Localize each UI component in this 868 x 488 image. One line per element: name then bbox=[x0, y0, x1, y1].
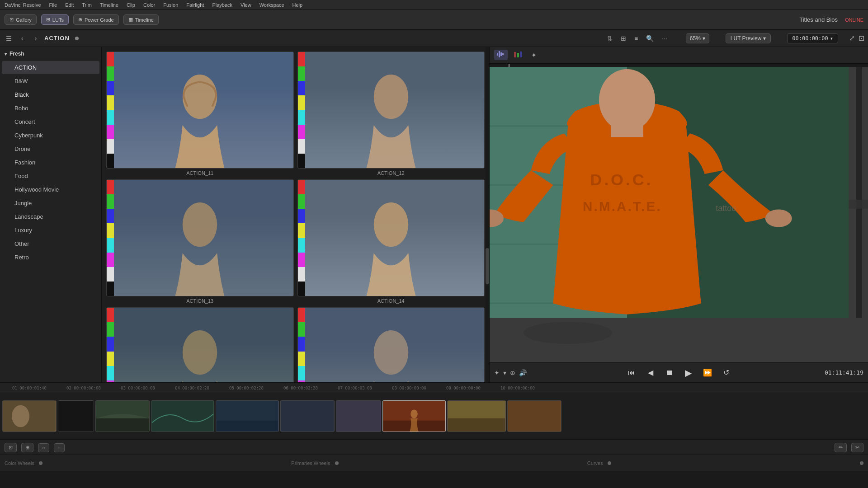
menu-color[interactable]: Color bbox=[143, 2, 155, 8]
tbb-trim-button[interactable]: ✂ bbox=[851, 443, 863, 452]
play-button[interactable]: ▶ bbox=[682, 366, 695, 379]
sidebar-item-black[interactable]: Black bbox=[2, 88, 99, 101]
list-item[interactable]: ACTION_14 bbox=[297, 179, 485, 304]
color-wheels-dot bbox=[39, 461, 42, 465]
clip-thumbnail bbox=[508, 401, 561, 432]
menu-fairlight[interactable]: Fairlight bbox=[186, 2, 204, 8]
menu-davinci[interactable]: DaVinci Resolve bbox=[5, 2, 41, 8]
sort-button[interactable]: ⇅ bbox=[605, 33, 615, 43]
timeline-button[interactable]: ▦ Timeline bbox=[123, 14, 159, 25]
scrubber-bar[interactable] bbox=[490, 63, 868, 67]
picker-options-button[interactable]: ▾ bbox=[503, 369, 506, 376]
menu-timeline[interactable]: Timeline bbox=[100, 2, 118, 8]
sidebar-item-jungle[interactable]: Jungle bbox=[2, 197, 99, 210]
sidebar-item-retro[interactable]: Retro bbox=[2, 251, 99, 264]
list-item[interactable]: ACTION_12 bbox=[297, 52, 485, 176]
menu-file[interactable]: File bbox=[49, 2, 57, 8]
sidebar-item-fashion[interactable]: Fashion bbox=[2, 156, 99, 169]
ruler-mark: 07 00:00:03:08 bbox=[328, 386, 382, 390]
sidebar-item-food[interactable]: Food bbox=[2, 169, 99, 183]
menu-playback[interactable]: Playback bbox=[212, 2, 232, 8]
timeline-clip[interactable] bbox=[507, 400, 561, 432]
menu-workspace[interactable]: Workspace bbox=[259, 2, 284, 8]
svg-rect-27 bbox=[849, 200, 868, 209]
tbb-btn-3[interactable]: ○ bbox=[38, 443, 49, 452]
menu-clip[interactable]: Clip bbox=[127, 2, 135, 8]
sidebar-item-luxury[interactable]: Luxury bbox=[2, 224, 99, 237]
sidebar-item-action[interactable]: ACTION bbox=[2, 61, 99, 74]
sidebar-item-hollywood[interactable]: Hollywood Movie bbox=[2, 183, 99, 196]
color-wheels-label: Color Wheels bbox=[5, 460, 34, 466]
tbb-edit-button[interactable]: ✏ bbox=[835, 443, 847, 452]
power-grade-button[interactable]: ⊕ Power Grade bbox=[73, 14, 119, 25]
zoom-control[interactable]: 65% ▾ bbox=[686, 33, 709, 43]
timeline-clips bbox=[0, 398, 564, 434]
expand-button[interactable]: ⊡ bbox=[859, 34, 864, 42]
sidebar-item-drone[interactable]: Drone bbox=[2, 142, 99, 155]
fresh-section-header[interactable]: ▾ Fresh bbox=[0, 47, 101, 61]
svg-rect-45 bbox=[281, 401, 334, 432]
lut-grid-panel[interactable]: ACTION_11 bbox=[102, 47, 489, 382]
list-item[interactable]: ACTION_15 bbox=[106, 307, 294, 382]
tbb-btn-4[interactable]: ≡ bbox=[54, 443, 65, 452]
lut-preview-button[interactable]: LUT Preview ▾ bbox=[726, 33, 771, 43]
gallery-button[interactable]: ⊡ Gallery bbox=[5, 14, 37, 25]
timeline-clip[interactable] bbox=[336, 400, 381, 432]
tbb-btn-1[interactable]: ⊡ bbox=[5, 443, 17, 452]
svg-point-3 bbox=[374, 202, 408, 247]
list-item[interactable]: ACTION_16 bbox=[297, 307, 485, 382]
color-picker-button[interactable]: ✦ bbox=[494, 369, 500, 376]
sidebar-item-other[interactable]: Other bbox=[2, 237, 99, 250]
primaries-dot bbox=[335, 461, 339, 465]
timeline-clip[interactable] bbox=[58, 400, 94, 432]
timeline-clip[interactable] bbox=[95, 400, 150, 432]
sidebar-toggle-button[interactable]: ☰ bbox=[4, 33, 14, 43]
search-button[interactable]: 🔍 bbox=[644, 33, 656, 43]
skip-forward-button[interactable]: ⏩ bbox=[701, 366, 714, 379]
nav-forward-button[interactable]: › bbox=[31, 33, 41, 43]
step-back-button[interactable]: ◀ bbox=[644, 366, 657, 379]
scope-parade-button[interactable] bbox=[511, 50, 525, 60]
fullscreen-button[interactable]: ⤢ bbox=[849, 34, 855, 42]
timeline-clip[interactable] bbox=[216, 400, 279, 432]
volume-button[interactable]: 🔊 bbox=[519, 369, 527, 376]
grid-view-button[interactable]: ⊞ bbox=[618, 33, 628, 43]
timeline-clip[interactable] bbox=[151, 400, 214, 432]
menu-fusion[interactable]: Fusion bbox=[163, 2, 178, 8]
timecode-display[interactable]: 00:00:00:00 ▾ bbox=[787, 33, 838, 43]
loop-button[interactable]: ↺ bbox=[720, 366, 733, 379]
timeline-clip[interactable] bbox=[2, 400, 57, 432]
timeline-tracks[interactable] bbox=[0, 393, 868, 439]
transform-button[interactable]: ⊕ bbox=[510, 369, 515, 376]
timeline-clip[interactable] bbox=[382, 400, 446, 432]
grid-scrollbar[interactable] bbox=[486, 47, 489, 382]
timeline-clip[interactable] bbox=[447, 400, 506, 432]
sidebar-item-landscape[interactable]: Landscape bbox=[2, 210, 99, 223]
menu-view[interactable]: View bbox=[241, 2, 251, 8]
menu-help[interactable]: Help bbox=[292, 2, 303, 8]
lut-label: ACTION_11 bbox=[186, 170, 213, 176]
list-item[interactable]: ACTION_11 bbox=[106, 52, 294, 176]
menu-trim[interactable]: Trim bbox=[82, 2, 92, 8]
more-options-button[interactable]: ··· bbox=[660, 33, 670, 43]
sidebar-item-boho[interactable]: Boho bbox=[2, 102, 99, 115]
scope-waveform-button[interactable] bbox=[494, 50, 508, 60]
lut-label: ACTION_13 bbox=[186, 298, 213, 304]
sidebar-item-cyberpunk[interactable]: Cyberpunk bbox=[2, 129, 99, 142]
tbb-btn-2[interactable]: ⊞ bbox=[21, 443, 33, 452]
list-item[interactable]: ACTION_13 bbox=[106, 179, 294, 304]
luts-button[interactable]: ⊞ LUTs bbox=[41, 14, 69, 25]
label-dot bbox=[75, 37, 79, 40]
sidebar-item-concert[interactable]: Concert bbox=[2, 115, 99, 128]
menu-edit[interactable]: Edit bbox=[65, 2, 74, 8]
grid-scrollbar-thumb[interactable] bbox=[486, 248, 489, 284]
nav-back-button[interactable]: ‹ bbox=[17, 33, 27, 43]
skip-to-start-button[interactable]: ⏮ bbox=[625, 366, 638, 379]
scope-magic-button[interactable]: ✦ bbox=[528, 50, 539, 60]
stop-button[interactable]: ⏹ bbox=[663, 366, 676, 379]
list-view-button[interactable]: ≡ bbox=[632, 33, 640, 43]
current-category-label: ACTION bbox=[44, 35, 70, 42]
lut-preview-chevron-icon: ▾ bbox=[763, 35, 766, 42]
sidebar-item-bw[interactable]: B&W bbox=[2, 75, 99, 88]
timeline-clip[interactable] bbox=[280, 400, 335, 432]
